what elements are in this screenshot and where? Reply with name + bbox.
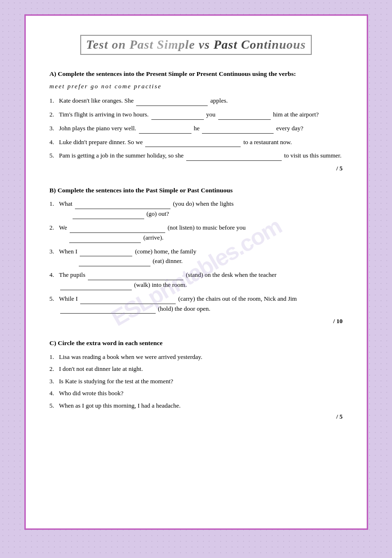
list-item: 5. When as I got up this morning, I had … (50, 401, 343, 411)
blank[interactable] (79, 260, 150, 266)
blank[interactable] (75, 202, 170, 209)
blank[interactable] (151, 113, 204, 120)
blank[interactable] (186, 154, 282, 161)
list-item: 1. Kate doesn't like oranges. She apples… (50, 96, 343, 106)
section-c: C) Circle the extra word in each sentenc… (50, 338, 343, 421)
section-b-list: 1. What (you do) when the lights (go) ou… (50, 199, 343, 314)
worksheet-page: ESLprintables.com Test on Past Simple vs… (24, 14, 368, 530)
list-item: 2. We (not listen) to music before you (… (50, 223, 343, 243)
blank[interactable] (139, 127, 191, 134)
blank[interactable] (145, 140, 241, 147)
section-a-verbs: meet prefer go not come practise (50, 83, 343, 90)
section-a-list: 1. Kate doesn't like oranges. She apples… (50, 96, 343, 161)
blank[interactable] (136, 99, 208, 106)
blank[interactable] (80, 297, 176, 304)
list-item: 2. Tim's flight is arriving in two hours… (50, 110, 343, 120)
section-a: A) Complete the sentences into the Prese… (50, 69, 343, 172)
list-item: 2. I don't not eat dinner late at night. (50, 364, 343, 374)
blank[interactable] (69, 236, 141, 243)
list-item: 5. Pam is getting a job in the summer ho… (50, 151, 343, 161)
blank[interactable] (73, 212, 144, 219)
list-item: 3. Is Kate is studying for the test at t… (50, 377, 343, 386)
list-item: 4. The pupils (stand) on the desk when t… (50, 270, 343, 290)
list-item: 3. When I (come) home, the family (eat) … (50, 247, 343, 267)
page-title: Test on Past Simple vs Past Continuous (80, 35, 311, 55)
section-a-score: / 5 (50, 165, 343, 172)
section-c-score: / 5 (50, 413, 343, 421)
section-c-list: 1. Lisa was reading a book when we were … (50, 352, 343, 411)
list-item: 4. Luke didn't prepare dinner. So we to … (50, 137, 343, 147)
section-b-score: / 10 (50, 317, 343, 325)
blank[interactable] (88, 274, 183, 280)
section-b: B) Complete the sentences into the Past … (50, 186, 343, 325)
list-item: 5. While I (carry) the chairs out of the… (50, 294, 343, 314)
section-a-header: A) Complete the sentences into the Prese… (50, 69, 343, 79)
list-item: 3. John plays the piano very well. he ev… (50, 124, 343, 134)
blank[interactable] (80, 250, 132, 256)
list-item: 1. Lisa was reading a book when we were … (50, 352, 343, 362)
title-banner: Test on Past Simple vs Past Continuous (50, 35, 343, 55)
blank[interactable] (218, 113, 271, 120)
blank[interactable] (60, 284, 132, 290)
blank[interactable] (70, 226, 165, 233)
blank[interactable] (202, 127, 274, 134)
list-item: 4. Who did wrote this book? (50, 389, 343, 398)
section-b-header: B) Complete the sentences into the Past … (50, 186, 343, 195)
blank[interactable] (60, 307, 156, 314)
list-item: 1. What (you do) when the lights (go) ou… (50, 199, 343, 219)
section-c-header: C) Circle the extra word in each sentenc… (50, 338, 343, 348)
